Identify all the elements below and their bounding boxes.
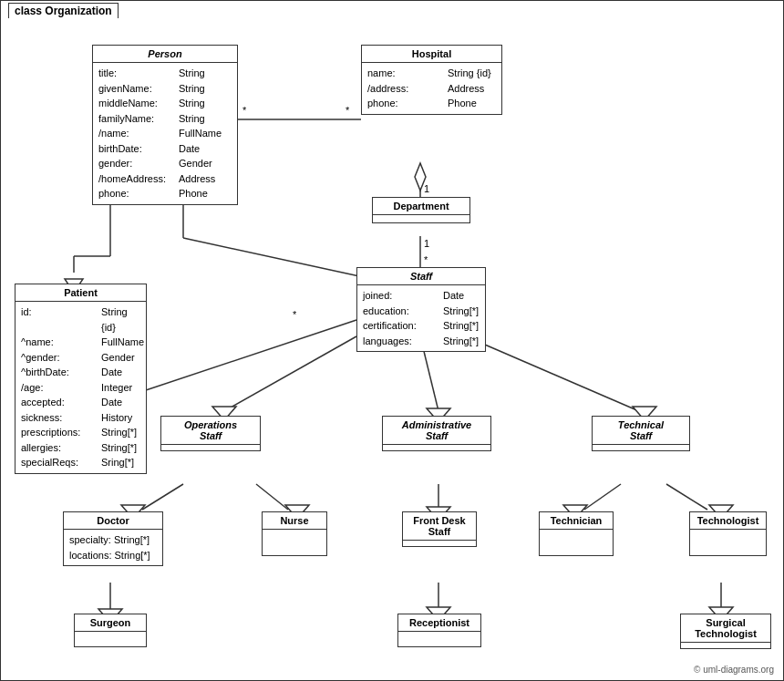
class-doctor-name: Doctor — [64, 512, 162, 530]
class-surgeon-name: Surgeon — [75, 614, 146, 632]
class-department-body — [373, 215, 469, 222]
class-technician-name: Technician — [540, 512, 613, 530]
svg-line-29 — [256, 484, 288, 510]
svg-text:*: * — [242, 105, 247, 116]
svg-line-33 — [584, 484, 621, 510]
class-front-desk-staff-name: Front DeskStaff — [403, 512, 476, 541]
class-person: Person title:String givenName:String mid… — [92, 45, 238, 205]
svg-line-18 — [124, 320, 356, 397]
class-department: Department — [372, 197, 470, 223]
class-nurse-name: Nurse — [263, 512, 326, 530]
class-doctor-body: specialty: String[*] locations: String[*… — [64, 530, 162, 565]
svg-line-35 — [666, 484, 707, 510]
class-nurse: Nurse — [262, 511, 327, 556]
class-person-name: Person — [93, 46, 237, 63]
class-hospital-body: name:String {id} /address:Address phone:… — [362, 63, 501, 114]
svg-line-25 — [466, 336, 639, 411]
class-technologist: Technologist — [689, 511, 767, 556]
class-technical-staff: TechnicalStaff — [592, 416, 690, 451]
copyright: © uml-diagrams.org — [694, 665, 774, 675]
class-staff: Staff joined:Date education:String[*] ce… — [356, 267, 486, 352]
svg-text:1: 1 — [424, 238, 429, 249]
class-technician: Technician — [539, 511, 614, 556]
svg-marker-4 — [415, 163, 426, 191]
class-operations-staff-name: OperationsStaff — [161, 417, 260, 445]
svg-line-27 — [142, 484, 183, 510]
diagram-title: class Organization — [8, 3, 119, 18]
class-department-name: Department — [373, 198, 469, 215]
class-patient: Patient id:String {id} ^name:FullName ^g… — [15, 284, 147, 474]
class-surgeon: Surgeon — [74, 614, 147, 647]
class-technologist-name: Technologist — [690, 512, 766, 530]
class-surgical-technologist-name: SurgicalTechnologist — [681, 614, 770, 643]
class-technical-staff-name: TechnicalStaff — [593, 417, 689, 445]
class-administrative-staff: AdministrativeStaff — [382, 416, 491, 451]
class-front-desk-staff: Front DeskStaff — [402, 511, 477, 547]
svg-text:1: 1 — [424, 183, 429, 194]
class-hospital-name: Hospital — [362, 46, 501, 63]
class-staff-name: Staff — [357, 268, 485, 285]
class-doctor: Doctor specialty: String[*] locations: S… — [63, 511, 163, 566]
class-receptionist: Receptionist — [397, 614, 481, 647]
svg-text:*: * — [424, 254, 428, 265]
class-person-body: title:String givenName:String middleName… — [93, 63, 237, 204]
class-hospital: Hospital name:String {id} /address:Addre… — [361, 45, 502, 115]
class-patient-name: Patient — [15, 284, 146, 302]
diagram-container: class Organization * * 1 * 1 * * * — [0, 0, 784, 681]
svg-line-21 — [224, 336, 356, 411]
svg-text:*: * — [293, 309, 297, 320]
class-operations-staff: OperationsStaff — [160, 416, 261, 451]
class-patient-body: id:String {id} ^name:FullName ^gender:Ge… — [15, 302, 146, 473]
svg-text:*: * — [346, 105, 350, 116]
class-surgical-technologist: SurgicalTechnologist — [680, 614, 771, 649]
class-administrative-staff-name: AdministrativeStaff — [383, 417, 490, 445]
class-staff-body: joined:Date education:String[*] certific… — [357, 285, 485, 351]
class-receptionist-name: Receptionist — [398, 614, 480, 632]
